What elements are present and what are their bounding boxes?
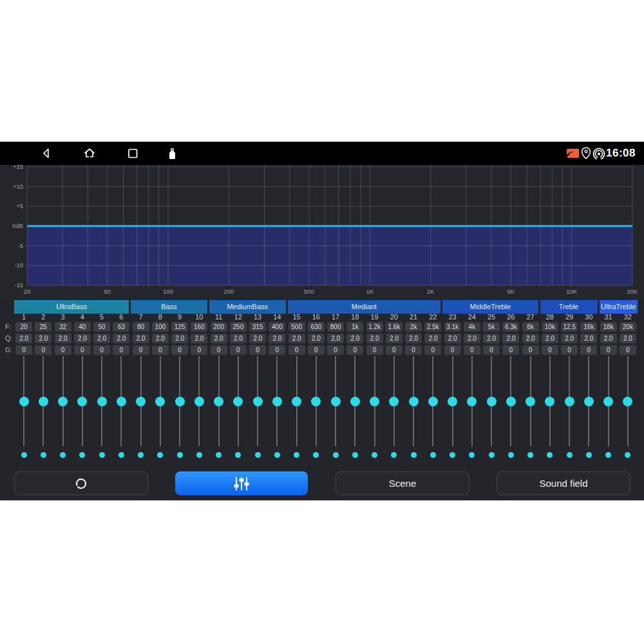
f-value-chip[interactable]: 250 [230,322,247,332]
q-value-chip[interactable]: 2.0 [230,334,247,343]
gain-slider[interactable] [267,356,287,446]
q-value-chip[interactable]: 2.0 [405,334,422,343]
gain-slider[interactable] [345,356,365,446]
eq-button[interactable] [175,471,308,495]
slider-thumb[interactable] [526,397,535,406]
slider-thumb[interactable] [253,397,263,406]
slider-thumb[interactable] [623,397,632,406]
q-value-chip[interactable]: 2.0 [133,334,149,343]
f-value-chip[interactable]: 25 [35,322,52,332]
q-value-chip[interactable]: 2.0 [113,334,129,343]
scene-button[interactable]: Scene [336,471,469,495]
g-value-chip[interactable]: 0 [366,345,383,355]
f-value-chip[interactable]: 8k [522,322,539,332]
q-value-chip[interactable]: 2.0 [171,334,188,343]
f-value-chip[interactable]: 125 [171,322,188,332]
gain-slider[interactable] [443,356,462,446]
slider-thumb[interactable] [448,397,457,406]
g-value-chip[interactable]: 0 [464,345,480,355]
f-value-chip[interactable]: 630 [308,322,325,332]
f-value-chip[interactable]: 1.2k [366,322,383,332]
slider-thumb[interactable] [370,397,379,406]
f-value-chip[interactable]: 4k [464,322,480,332]
f-value-chip[interactable]: 2k [405,322,422,332]
q-value-chip[interactable]: 2.0 [464,334,480,343]
gain-slider[interactable] [307,356,326,446]
g-value-chip[interactable]: 0 [620,345,636,355]
slider-thumb[interactable] [58,397,68,406]
g-value-chip[interactable]: 0 [308,345,325,355]
slider-thumb[interactable] [584,397,594,406]
gain-slider[interactable] [92,356,111,446]
gain-slider[interactable] [599,356,618,446]
back-icon[interactable] [40,147,53,160]
gain-slider[interactable] [501,356,520,446]
f-value-chip[interactable]: 50 [93,322,110,332]
f-value-chip[interactable]: 40 [74,322,91,332]
slider-thumb[interactable] [117,397,126,406]
g-value-chip[interactable]: 0 [424,345,441,355]
g-value-chip[interactable]: 0 [15,345,32,355]
g-value-chip[interactable]: 0 [152,345,169,355]
gain-slider[interactable] [111,356,131,446]
slider-thumb[interactable] [331,397,341,406]
g-value-chip[interactable]: 0 [191,345,207,355]
q-value-chip[interactable]: 2.0 [211,334,227,343]
q-value-chip[interactable]: 2.0 [580,334,597,343]
slider-thumb[interactable] [136,397,146,406]
f-value-chip[interactable]: 80 [133,322,149,332]
f-value-chip[interactable]: 18k [600,322,617,332]
g-value-chip[interactable]: 0 [502,345,519,355]
q-value-chip[interactable]: 2.0 [620,334,636,343]
q-value-chip[interactable]: 2.0 [600,334,617,343]
f-value-chip[interactable]: 12.5 [561,322,578,332]
q-value-chip[interactable]: 2.0 [561,334,578,343]
gain-slider[interactable] [384,356,404,446]
gain-slider[interactable] [73,356,92,446]
f-value-chip[interactable]: 5k [483,322,500,332]
f-value-chip[interactable]: 63 [113,322,129,332]
g-value-chip[interactable]: 0 [600,345,617,355]
g-value-chip[interactable]: 0 [269,345,285,355]
f-value-chip[interactable]: 800 [327,322,344,332]
f-value-chip[interactable]: 6.3k [502,322,519,332]
g-value-chip[interactable]: 0 [74,345,91,355]
slider-thumb[interactable] [39,397,48,406]
gain-slider[interactable] [560,356,579,446]
gain-slider[interactable] [618,356,638,446]
q-value-chip[interactable]: 2.0 [522,334,539,343]
g-value-chip[interactable]: 0 [93,345,110,355]
slider-thumb[interactable] [19,397,29,406]
f-value-chip[interactable]: 1.6k [386,322,402,332]
q-value-chip[interactable]: 2.0 [308,334,325,343]
gain-slider[interactable] [209,356,229,446]
gain-slider[interactable] [482,356,501,446]
q-value-chip[interactable]: 2.0 [93,334,110,343]
recents-icon[interactable] [126,147,139,160]
gain-slider[interactable] [326,356,345,446]
slider-thumb[interactable] [467,397,477,406]
gain-slider[interactable] [540,356,560,446]
slider-thumb[interactable] [545,397,554,406]
gain-slider[interactable] [404,356,423,446]
q-value-chip[interactable]: 2.0 [15,334,32,343]
g-value-chip[interactable]: 0 [561,345,578,355]
f-value-chip[interactable]: 2.5k [424,322,441,332]
g-value-chip[interactable]: 0 [133,345,149,355]
reset-button[interactable] [14,471,148,495]
slider-thumb[interactable] [487,397,497,406]
gain-slider[interactable] [521,356,540,446]
f-value-chip[interactable]: 3.1k [444,322,461,332]
slider-thumb[interactable] [409,397,419,406]
g-value-chip[interactable]: 0 [171,345,188,355]
gain-slider[interactable] [14,356,33,446]
q-value-chip[interactable]: 2.0 [269,334,285,343]
g-value-chip[interactable]: 0 [211,345,227,355]
q-value-chip[interactable]: 2.0 [35,334,52,343]
slider-thumb[interactable] [77,397,87,406]
q-value-chip[interactable]: 2.0 [502,334,519,343]
f-value-chip[interactable]: 400 [269,322,285,332]
gain-slider[interactable] [53,356,73,446]
q-value-chip[interactable]: 2.0 [444,334,461,343]
g-value-chip[interactable]: 0 [580,345,597,355]
